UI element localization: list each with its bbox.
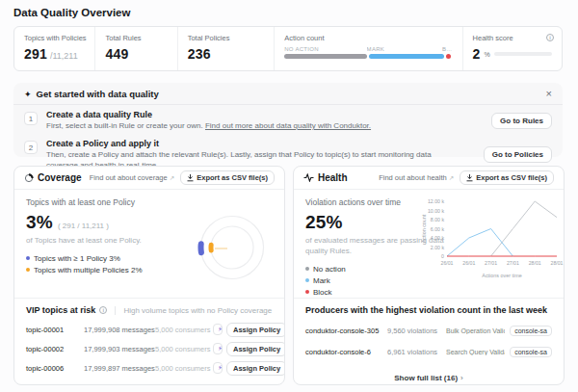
stat-value: 449 [105, 46, 128, 62]
step-title: Create a data quality Rule [46, 110, 371, 119]
svg-text:26/01: 26/01 [462, 260, 475, 266]
policy-link[interactable]: Search Query Validation Policy [446, 349, 505, 355]
topic-messages: 17,999,908 messages [84, 326, 151, 334]
legend-dot [305, 278, 309, 282]
topic-consumers: 5,000 consumers [155, 326, 209, 334]
show-full-list-link[interactable]: Show full list (30)› [14, 382, 284, 385]
coverage-donut-icon [24, 173, 34, 183]
service-account-badge[interactable]: console-sa [510, 347, 552, 357]
bar-segment-no-action [284, 54, 366, 59]
coverage-panel: Coverage Find out about coverage ↗ Expor… [13, 166, 285, 385]
vip-topics-subtitle: High volume topics with no Policy covera… [115, 306, 272, 315]
svg-text:27/01: 27/01 [507, 260, 519, 266]
bar-segment-block [446, 54, 451, 59]
external-link-icon: ↗ [170, 174, 174, 181]
svg-text:6.00 k: 6.00 k [431, 226, 445, 232]
health-pulse-icon [303, 173, 314, 182]
assign-policy-button[interactable]: Assign Policy [226, 361, 285, 376]
stat-label: Topics with Policies [24, 34, 85, 42]
topic-messages: 17,999,903 messages [84, 345, 151, 353]
export-csv-button[interactable]: Export as CSV file(s) [460, 170, 554, 185]
producer-name: conduktor-console-305 [305, 327, 382, 335]
stat-action-count: Action count NO ACTION MARK B… [274, 27, 461, 70]
go-to-policies-button[interactable]: Go to Policies [484, 146, 552, 163]
lightning-icon: ⚡ [218, 345, 223, 353]
step-description: First, select a built-in Rule or create … [46, 121, 205, 130]
service-account-badge[interactable]: console-sa [510, 326, 552, 336]
lightning-icon: ⚡ [218, 326, 223, 333]
close-icon[interactable]: × [546, 89, 552, 99]
stat-total-rules: Total Rules 449 [94, 27, 176, 70]
conduktor-docs-link[interactable]: Find out more about data quality with Co… [205, 121, 371, 130]
cluster-badge[interactable]: ⚡simulator-bench… [213, 324, 223, 335]
topic-name[interactable]: topic-00001 [26, 326, 80, 334]
stat-value: 236 [188, 46, 211, 62]
panel-title: Coverage [38, 172, 82, 183]
show-full-list-link[interactable]: Show full list (16)› [294, 374, 564, 382]
find-out-health-link[interactable]: Find out about health ↗ [379, 173, 454, 182]
step-title: Create a Policy and apply it [46, 139, 451, 148]
legend-dot [305, 267, 309, 271]
get-started-step-1: 1 Create a data quality Rule First, sele… [13, 105, 563, 134]
go-to-rules-button[interactable]: Go to Rules [491, 113, 552, 129]
stat-health-score: Health score i 2 % [462, 27, 562, 70]
stat-total: /11,211 [50, 51, 78, 61]
producer-violations: 6,961 violations [387, 348, 441, 356]
segment-label-mark: MARK [367, 46, 442, 52]
assign-policy-button[interactable]: Assign Policy [226, 323, 285, 337]
stat-topics-with-policies: Topics with Policies 291 /11,211 [14, 27, 94, 70]
panel-title: Health [318, 172, 348, 183]
download-icon [187, 174, 194, 182]
svg-text:4.00 k: 4.00 k [431, 235, 445, 241]
info-icon[interactable]: i [546, 34, 554, 41]
svg-text:10.00 k: 10.00 k [428, 208, 444, 214]
policy-link[interactable]: Bulk Operation Validation Policy [446, 327, 505, 334]
stat-label: Total Rules [105, 34, 167, 42]
chevron-right-icon: › [460, 374, 463, 382]
segment-label-no-action: NO ACTION [284, 46, 366, 52]
vip-topic-row: topic-00001 17,999,908 messages 5,000 co… [14, 320, 284, 339]
producer-name: conduktor-console-6 [305, 348, 382, 356]
stat-label: Action count [284, 34, 452, 42]
legend-dot [26, 256, 30, 260]
vip-topic-row: topic-00002 17,999,903 messages 5,000 co… [14, 339, 284, 358]
coverage-ratio: ( 291 / 11,211 ) [58, 222, 109, 230]
topic-messages: 17,999,897 messages [84, 364, 151, 373]
stat-value: 291 [24, 46, 47, 62]
coverage-donut-chart [188, 205, 276, 290]
svg-text:27/01: 27/01 [485, 260, 497, 266]
legend-item: Block [305, 288, 552, 297]
svg-text:0: 0 [441, 253, 444, 259]
find-out-coverage-link[interactable]: Find out about coverage ↗ [90, 173, 174, 182]
topic-name[interactable]: topic-00002 [26, 345, 80, 353]
stat-total-policies: Total Policies 236 [177, 27, 275, 70]
producers-title: Producers with the highest violation cou… [305, 305, 547, 315]
cluster-badge[interactable]: ⚡simulator-bench… [213, 362, 223, 374]
download-icon [466, 174, 473, 182]
action-count-bar-chart [284, 54, 452, 59]
stats-strip: Topics with Policies 291 /11,211 Total R… [13, 26, 563, 71]
health-panel: Health Find out about health ↗ Export as… [293, 166, 565, 385]
segment-label-block: B… [442, 46, 453, 52]
vip-topics-title: VIP topics at risk [26, 305, 95, 315]
health-score-value: 2 [473, 46, 481, 62]
assign-policy-button[interactable]: Assign Policy [226, 342, 285, 356]
coverage-description: of Topics have at least one Policy. [26, 236, 171, 247]
health-score-unit: % [484, 51, 489, 58]
svg-text:8.00 k: 8.00 k [431, 217, 445, 222]
external-link-icon: ↗ [449, 174, 454, 181]
cluster-badge[interactable]: ⚡simulator-bench… [213, 343, 223, 354]
topic-consumers: 5,000 consumers [155, 364, 209, 373]
step-number: 1 [24, 112, 38, 125]
bar-segment-mark [369, 54, 444, 59]
get-started-banner: ✦ Get started with data quality × 1 Crea… [13, 83, 563, 157]
health-score-bar [494, 52, 552, 56]
svg-text:28/01: 28/01 [529, 260, 541, 266]
info-icon[interactable]: i [99, 306, 107, 314]
svg-text:2.00 k: 2.00 k [431, 245, 445, 250]
action-count-segment-labels: NO ACTION MARK B… [284, 46, 452, 52]
export-csv-button[interactable]: Export as CSV file(s) [180, 170, 275, 185]
topic-consumers: 5,000 consumers [155, 345, 209, 353]
topic-name[interactable]: topic-00006 [26, 364, 80, 373]
coverage-percentage: 3% [26, 212, 53, 233]
